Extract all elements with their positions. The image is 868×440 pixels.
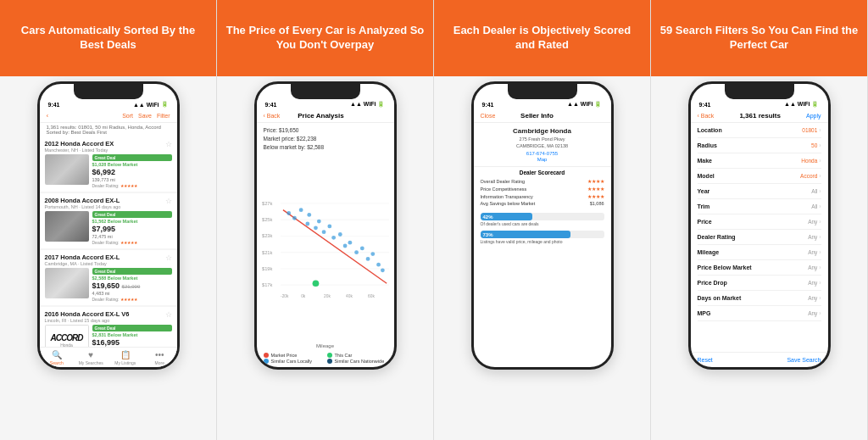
filter-value: 50 › <box>811 142 821 148</box>
progress-item-deals: 42% Of dealer's used cars are deals <box>481 213 604 226</box>
apply-button[interactable]: Apply <box>806 113 821 119</box>
nav-my-searches[interactable]: ♥ My Searches <box>74 350 108 365</box>
filter-item-radius[interactable]: Radius 50 › <box>698 138 821 153</box>
scorecard-title: Dealer Scorecard <box>481 170 604 175</box>
svg-point-27 <box>359 247 364 251</box>
panel-deals-frame: 9:41 ▲▲ WiFi 🔋 ‹ Sort Save Filter <box>0 76 216 440</box>
nav-my-searches-label: My Searches <box>79 360 103 365</box>
svg-text:$17k: $17k <box>261 282 272 287</box>
filter-nav: ‹ Back 1,361 results Apply <box>691 109 828 123</box>
svg-line-12 <box>282 210 386 284</box>
save-search-button[interactable]: Save Search <box>787 357 821 363</box>
panel-seller-frame: 9:41 ▲▲ WiFi 🔋 Close Seller Info Cambrid… <box>434 76 650 440</box>
below-market: $1,028 Below Market <box>92 162 172 167</box>
car-info: Great Deal $2,588 Below Market $19,650 $… <box>92 268 172 302</box>
svg-text:-20k: -20k <box>281 294 289 298</box>
panel-deals: Cars Automatically Sorted By the Best De… <box>0 0 217 440</box>
back-button-price[interactable]: ‹ Back <box>264 113 281 119</box>
reset-button[interactable]: Reset <box>698 357 713 363</box>
svg-text:20k: 20k <box>324 294 331 298</box>
filter-item-mpg[interactable]: MPG Any › <box>698 306 821 321</box>
filter-label: Location <box>698 127 722 133</box>
deal-badge: Great Deal <box>92 154 172 161</box>
filter-item-model[interactable]: Model Accord › <box>698 169 821 184</box>
filter-value: All › <box>811 203 821 209</box>
save-button[interactable]: Save <box>138 113 152 119</box>
filter-item-make[interactable]: Make Honda › <box>698 153 821 169</box>
filter-label: Dealer Rating <box>698 234 736 240</box>
close-button-seller[interactable]: Close <box>481 113 496 119</box>
panel-price-frame: 9:41 ▲▲ WiFi 🔋 ‹ Back Price Analysis Pri… <box>217 76 433 440</box>
filter-item-price[interactable]: Price Any › <box>698 214 821 230</box>
svg-point-16 <box>305 222 309 226</box>
svg-text:0k: 0k <box>301 294 306 298</box>
car-thumbnail <box>45 268 89 298</box>
listings-icon: 📋 <box>120 350 131 359</box>
price-value: Price: $19,650 <box>264 126 387 135</box>
svg-point-28 <box>365 257 370 261</box>
car-item[interactable]: 2008 Honda Accord EX-L Portsmouth, NH · … <box>40 193 177 248</box>
favorite-icon[interactable]: ☆ <box>165 140 172 148</box>
filter-item-trim[interactable]: Trim All › <box>698 199 821 214</box>
seller-map-link[interactable]: Map <box>481 157 604 162</box>
car-name: 2008 Honda Accord EX-L <box>45 197 121 204</box>
filter-value: Any › <box>808 249 821 255</box>
filter-item-location[interactable]: Location 01801 › <box>698 123 821 138</box>
svg-text:$19k: $19k <box>261 266 272 271</box>
back-button-deals[interactable]: ‹ <box>47 112 49 120</box>
price-nav: ‹ Back Price Analysis <box>257 109 394 123</box>
filter-item-dealer-rating[interactable]: Dealer Rating Any › <box>698 230 821 245</box>
filter-item-price-below[interactable]: Price Below Market Any › <box>698 260 821 276</box>
filter-value: Any › <box>808 280 821 286</box>
filter-label: Days on Market <box>698 295 742 301</box>
listings-nav: ‹ Sort Save Filter <box>40 109 177 123</box>
car-location: Lincoln, RI · Listed 15 days ago <box>45 318 130 323</box>
legend-market-price: Market Price <box>264 353 324 358</box>
favorite-icon[interactable]: ☆ <box>165 310 172 319</box>
sort-button[interactable]: Sort <box>122 113 133 119</box>
nav-search-label: Search <box>50 360 64 365</box>
svg-text:60k: 60k <box>368 294 375 298</box>
panel-seller: Each Dealer is Objectively Scored and Ra… <box>434 0 651 440</box>
filter-label: Price Below Market <box>698 265 752 270</box>
panel-price-header: The Price of Every Car is Analyzed So Yo… <box>217 0 433 76</box>
search-icon: 🔍 <box>52 350 62 359</box>
favorite-icon[interactable]: ☆ <box>165 197 172 205</box>
phone-content-filters: ‹ Back 1,361 results Apply Location 0180… <box>691 109 828 367</box>
below-market: $2,588 Below Market <box>92 276 172 281</box>
nav-my-listings[interactable]: 📋 My Listings <box>108 350 143 365</box>
filter-item-price-drop[interactable]: Price Drop Any › <box>698 276 821 291</box>
progress-bar-wrap: 73% <box>481 231 604 238</box>
panel-filters-header: 59 Search Filters So You Can Find the Pe… <box>651 0 867 76</box>
phone-notch-1 <box>74 84 143 99</box>
filter-item-mileage[interactable]: Mileage Any › <box>698 245 821 260</box>
phone-seller: 9:41 ▲▲ WiFi 🔋 Close Seller Info Cambrid… <box>471 81 614 370</box>
filter-button[interactable]: Filter <box>157 113 170 119</box>
progress-desc: Listings have valid price, mileage and p… <box>481 239 604 244</box>
filter-item-days[interactable]: Days on Market Any › <box>698 291 821 306</box>
progress-desc: Of dealer's used cars are deals <box>481 221 604 226</box>
car-thumbnail <box>45 211 89 242</box>
car-price: $6,992 <box>92 168 172 176</box>
progress-item-listings: 73% Listings have valid price, mileage a… <box>481 231 604 244</box>
car-item[interactable]: 2016 Honda Accord EX-L V6 Lincoln, RI · … <box>40 307 177 347</box>
nav-more[interactable]: ••• More <box>142 350 177 365</box>
back-button-filters[interactable]: ‹ Back <box>698 113 715 119</box>
car-info: Great Deal $2,831 Below Market $16,995 D… <box>92 325 172 347</box>
nav-search[interactable]: 🔍 Search <box>40 350 75 365</box>
price-info: Price: $19,650 Market price: $22,238 Bel… <box>257 123 394 154</box>
deal-badge: Great Deal <box>92 211 172 218</box>
phone-content-price: ‹ Back Price Analysis Price: $19,650 Mar… <box>257 109 394 367</box>
car-item[interactable]: 2012 Honda Accord EX Manchester, NH · Li… <box>40 136 177 192</box>
favorite-icon[interactable]: ☆ <box>165 253 172 262</box>
filter-item-year[interactable]: Year All › <box>698 184 821 199</box>
car-name: 2016 Honda Accord EX-L V6 <box>45 310 130 318</box>
filter-value: Any › <box>808 295 821 301</box>
seller-phone[interactable]: 617-674-0755 <box>481 151 604 156</box>
car-item[interactable]: 2017 Honda Accord EX-L Cambridge, MA · L… <box>40 250 177 305</box>
progress-section: 42% Of dealer's used cars are deals 73% … <box>474 210 611 367</box>
dealer-rating: Dealer Rating: ★★★★★ <box>92 297 172 302</box>
filter-label: Radius <box>698 142 717 148</box>
below-market: $2,831 Below Market <box>92 332 172 337</box>
phone-content-seller: Close Seller Info Cambridge Honda 275 Fr… <box>474 109 611 367</box>
